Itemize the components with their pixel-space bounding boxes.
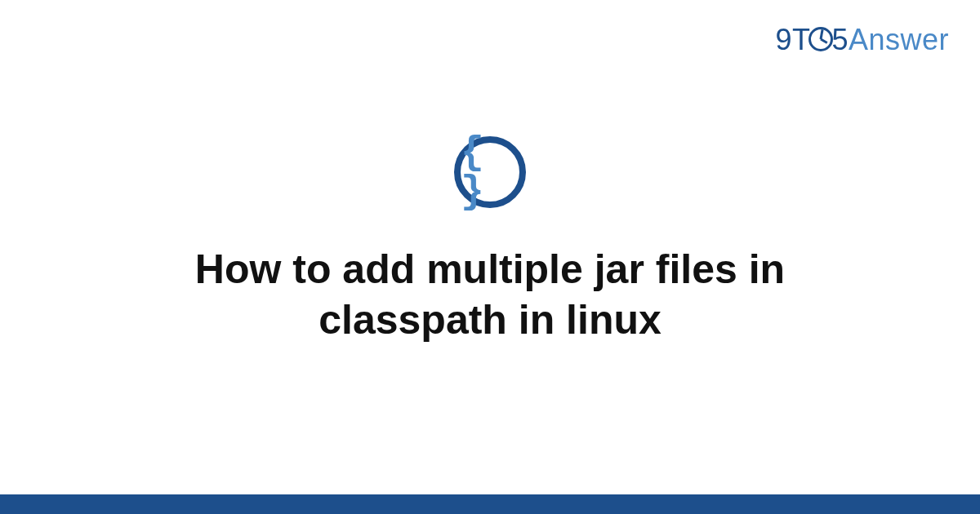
page-title: How to add multiple jar files in classpa… [122,244,858,346]
braces-symbol: { } [461,133,519,211]
main-content: { } How to add multiple jar files in cla… [0,0,980,514]
code-braces-icon: { } [454,136,526,208]
footer-bar [0,494,980,514]
